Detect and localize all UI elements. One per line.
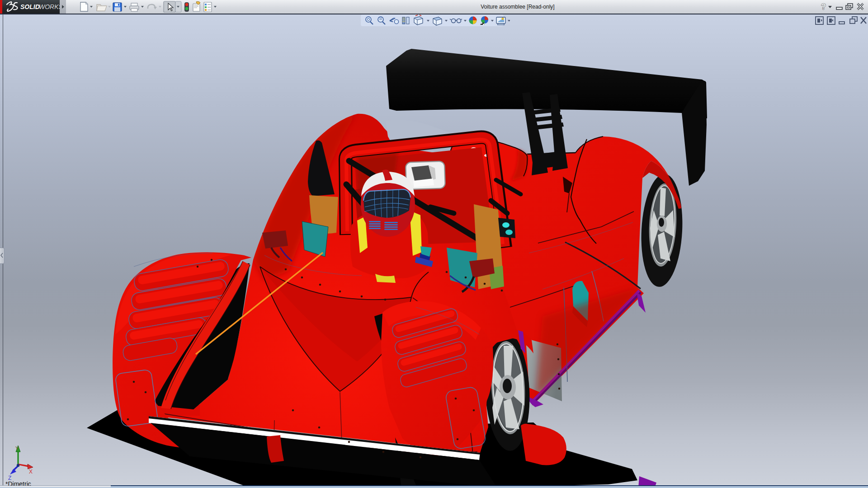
svg-text:Y: Y [15,446,19,452]
svg-text:?: ? [821,2,826,11]
svg-text:WORKS: WORKS [39,3,60,10]
svg-text:SOLID: SOLID [20,3,40,10]
svg-text:X: X [29,469,33,475]
